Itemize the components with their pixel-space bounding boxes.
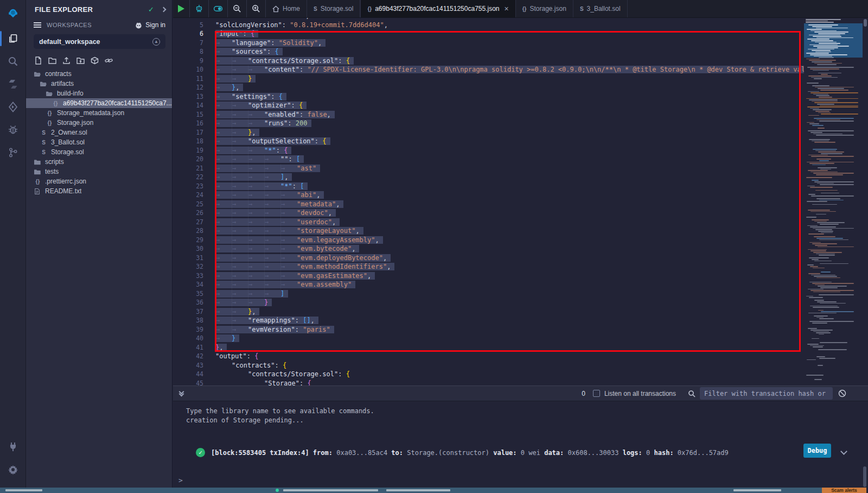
code-line-19[interactable]: 19→→→"*": { [173,146,804,155]
upload-file-icon[interactable] [62,56,71,65]
code-line-15[interactable]: 15→→→"enabled": false, [173,110,804,119]
code-line-37[interactable]: 37→→}, [173,307,804,317]
code-line-31[interactable]: 31→→→→→"evm.deployedBytecode", [173,254,804,263]
copilot-toggle[interactable] [209,0,228,17]
code-line-9[interactable]: 9→→"contracts/Storage.sol": { [173,56,804,66]
code-line-30[interactable]: 30→→→→→"evm.bytecode", [173,244,804,254]
listen-all-transactions-checkbox[interactable] [593,390,600,397]
code-line-35[interactable]: 35→→→→] [173,289,804,299]
code-line-16[interactable]: 16→→→"runs": 200 [173,119,804,128]
tree-item-tests[interactable]: tests [26,167,172,176]
tree-item-scripts[interactable]: scripts [26,157,172,167]
code-line-8[interactable]: 8→"sources": { [173,47,804,56]
code-line-38[interactable]: 38→→"remappings": [], [173,316,804,325]
tab-home[interactable]: Home [266,0,307,17]
code-line-21[interactable]: 21→→→→→"ast" [173,164,804,173]
code-line-40[interactable]: 40→} [173,334,804,343]
code-line-7[interactable]: 7→"language": "Solidity", [173,39,804,48]
workspace-select[interactable]: default_workspace ▲ [34,34,165,49]
code-line-45[interactable]: 45"Storage": { [173,379,804,386]
code-line-12[interactable]: 12→}, [173,83,804,92]
tree-item-storage-metadata-json[interactable]: {}Storage_metadata.json [26,108,172,118]
ai-copilot-button[interactable] [190,0,209,17]
code-line-29[interactable]: 29→→→→→"evm.legacyAssembly", [173,236,804,245]
code-line-23[interactable]: 23→→→→"*": [ [173,182,804,191]
expand-terminal-icon[interactable] [180,391,183,396]
tree-item-3-ballot-sol[interactable]: S3_Ballot.sol [26,137,172,147]
code-line-10[interactable]: 10→→→"content": "// SPDX-License-Identif… [173,65,804,74]
code-line-44[interactable]: 44"contracts/Storage.sol": { [173,370,804,379]
code-line-22[interactable]: 22→→→→], [173,173,804,182]
tree-item-a69b43f277ba20fcac141151250ca7-[interactable]: {}a69b43f277ba20fcac141151250ca7... [26,98,172,108]
activity-deploy-run-icon[interactable] [0,96,26,118]
hamburger-menu-icon[interactable] [34,22,41,28]
code-line-34[interactable]: 34→→→→→"evm.assembly" [173,280,804,289]
activity-plugin-manager-icon[interactable] [0,435,26,458]
code-line-39[interactable]: 39→→"evmVersion": "paris" [173,325,804,334]
tree-item-contracts[interactable]: contracts [26,69,172,79]
code-line-24[interactable]: 24→→→→→"abi", [173,191,804,200]
tree-item-build-info[interactable]: build-info [26,89,172,98]
expand-transaction-icon[interactable] [841,448,846,456]
activity-settings-icon[interactable] [0,458,26,481]
code-line-36[interactable]: 36→→→} [173,298,804,307]
tree-item-storage-sol[interactable]: SStorage.sol [26,147,172,157]
code-line-28[interactable]: 28→→→→→"storageLayout", [173,226,804,236]
debug-button[interactable]: Debug [803,444,831,458]
activity-remix-logo-icon[interactable] [0,0,26,27]
tab-storage-sol[interactable]: SStorage.sol [307,0,360,17]
code-line-33[interactable]: 33→→→→→"evm.gasEstimates", [173,271,804,281]
terminal-output[interactable]: Type the library name to see available c… [173,401,868,488]
new-folder-icon[interactable] [48,56,56,65]
code-line-14[interactable]: 14→→"optimizer": { [173,101,804,110]
code-line-42[interactable]: 42"output": { [173,352,804,361]
code-line-41[interactable]: 41}, [173,343,804,352]
code-line-11[interactable]: 11→→} [173,74,804,84]
code-line-6[interactable]: 6"input": { [173,29,804,39]
tree-item-storage-json[interactable]: {}Storage.json [26,118,172,128]
minimap[interactable] [804,18,863,385]
activity-debugger-icon[interactable] [0,118,26,141]
tab-3-ballot-sol[interactable]: S3_Ballot.sol [573,0,628,17]
tree-item-2-owner-sol[interactable]: S2_Owner.sol [26,128,172,137]
tab-a69b43f277ba20fcac141151250ca755-json[interactable]: {}a69b43f277ba20fcac141151250ca755.json× [360,0,515,17]
terminal-prompt[interactable]: > [178,476,183,484]
tree-item-artifacts[interactable]: artifacts [26,79,172,89]
code-editor[interactable]: 4"solcVersion": "0.8.19",5"solcLongVersi… [173,18,868,385]
editor-zoom-out-button[interactable] [228,0,247,17]
scam-alerts-badge[interactable]: Scam alerts [822,488,866,493]
transaction-filter-input[interactable] [700,387,833,400]
link-icon[interactable] [105,56,113,65]
code-line-25[interactable]: 25→→→→→"metadata", [173,200,804,209]
run-script-button[interactable] [173,0,190,17]
check-icon[interactable]: ✓ [148,5,154,14]
editor-scrollbar[interactable] [863,18,868,385]
code-line-18[interactable]: 18→→"outputSelection": { [173,137,804,146]
chevron-right-icon[interactable] [161,7,167,12]
activity-search-icon[interactable] [0,50,26,73]
code-line-5[interactable]: 5"solcLongVersion": "0.8.19+commit.7dd6d… [173,21,804,30]
close-tab-icon[interactable]: × [505,4,509,13]
terminal-scrollbar[interactable] [863,466,866,487]
code-line-17[interactable]: 17→→}, [173,128,804,137]
upload-folder-icon[interactable] [76,56,85,65]
activity-git-icon[interactable] [0,141,26,164]
editor-zoom-in-button[interactable] [247,0,266,17]
new-file-icon[interactable] [34,56,42,65]
transaction-log-row[interactable]: ✓ [block:5583405 txIndex:4] from: 0xa03.… [173,448,868,457]
tree-item--prettierrc-json[interactable]: {}.prettierrc.json [26,176,172,186]
tab-storage-json[interactable]: {}Storage.json [516,0,573,17]
cube-icon[interactable] [91,56,99,65]
search-icon[interactable] [688,390,695,397]
activity-file-explorer-icon[interactable] [0,27,26,50]
code-line-26[interactable]: 26→→→→→"devdoc", [173,208,804,218]
code-line-43[interactable]: 43"contracts": { [173,361,804,370]
clear-console-icon[interactable] [838,389,846,397]
code-line-32[interactable]: 32→→→→→"evm.methodIdentifiers", [173,262,804,271]
code-line-20[interactable]: 20→→→→"": [ [173,155,804,164]
sign-in-button[interactable]: Sign in [135,21,165,29]
activity-solidity-compiler-icon[interactable] [0,73,26,96]
tree-item-readme-txt[interactable]: README.txt [26,186,172,196]
code-line-13[interactable]: 13→"settings": { [173,92,804,102]
code-line-27[interactable]: 27→→→→→"userdoc", [173,218,804,227]
